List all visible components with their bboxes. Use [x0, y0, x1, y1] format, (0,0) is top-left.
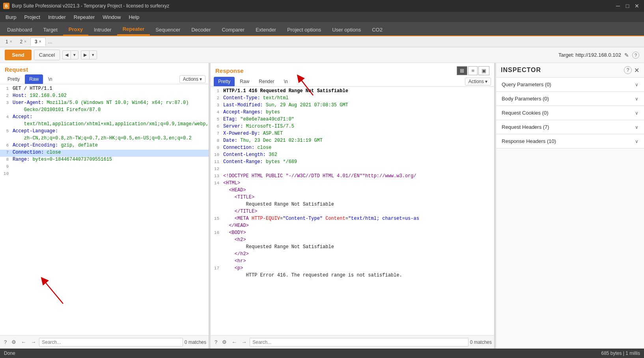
resp-line-10: 10 Content-Length: 362 [211, 152, 494, 159]
req-line-4: 4 Accept: [0, 114, 209, 121]
close-tab-1-icon[interactable]: × [10, 39, 12, 44]
response-tab-pretty[interactable]: Pretty [214, 77, 235, 86]
request-prev-match-btn[interactable]: ← [19, 338, 28, 346]
window-controls[interactable]: ─ □ ✕ [614, 2, 641, 10]
back-dropdown-button[interactable]: ▾ [71, 50, 78, 59]
forward-button[interactable]: ▶ [81, 50, 89, 59]
tab-dashboard[interactable]: Dashboard [2, 24, 38, 35]
sub-tab-1[interactable]: 1 × [2, 38, 16, 46]
inspector-response-headers-chevron: ∨ [635, 139, 638, 144]
req-line-3: 3 User-Agent: Mozilla/5.0 (Windows NT 10… [0, 100, 209, 107]
edit-icon[interactable]: ✎ [624, 52, 629, 58]
request-actions-button[interactable]: Actions ▾ [179, 75, 205, 83]
minimize-button[interactable]: ─ [614, 2, 622, 10]
inspector-close-icon[interactable]: ✕ [634, 67, 639, 74]
response-prev-match-btn[interactable]: ← [230, 338, 238, 346]
response-code-area[interactable]: 1 HTTP/1.1 416 Requested Range Not Satis… [211, 87, 494, 335]
tab-target[interactable]: Target [38, 24, 63, 35]
resp-line-14d: Requested Range Not Satisfiable [211, 202, 494, 209]
response-panel-header: Response ⊞ ≡ ▣ [211, 63, 494, 77]
request-matches-label: 0 matches [185, 339, 206, 345]
tab-repeater[interactable]: Repeater [117, 24, 150, 35]
request-help-icon-btn[interactable]: ? [2, 338, 8, 346]
tab-extender[interactable]: Extender [250, 24, 282, 35]
tab-sequencer[interactable]: Sequencer [150, 24, 186, 35]
cancel-button[interactable]: Cancel [34, 50, 60, 60]
response-next-match-btn[interactable]: → [240, 338, 248, 346]
resp-line-16b: <h2> [211, 237, 494, 244]
request-search-input[interactable] [39, 338, 183, 347]
request-tab-newline[interactable]: \n [44, 74, 56, 84]
sub-tab-more[interactable]: ... [46, 37, 55, 46]
menu-repeater[interactable]: Repeater [70, 13, 99, 21]
response-tab-raw[interactable]: Raw [235, 77, 254, 86]
send-button[interactable]: Send [5, 50, 32, 60]
inspector-request-headers-header[interactable]: Request Headers (7) ∨ [496, 120, 644, 134]
response-tab-render[interactable]: Render [254, 77, 278, 86]
target-label: Target: http://192.168.0.102 [558, 52, 621, 58]
inspector-request-headers-label: Request Headers (7) [502, 124, 549, 130]
close-tab-2-icon[interactable]: × [24, 39, 26, 44]
sub-tab-2[interactable]: 2 × [16, 38, 31, 46]
resp-line-4: 4 Accept-Ranges: bytes [211, 109, 494, 117]
menu-intruder[interactable]: Intruder [44, 13, 70, 21]
request-tab-pretty[interactable]: Pretty [3, 74, 24, 84]
inspector-request-cookies-header[interactable]: Request Cookies (0) ∨ [496, 106, 644, 120]
request-code-area[interactable]: 1 GET / HTTP/1.1 2 Host: 192.168.0.102 3… [0, 84, 209, 335]
inspector-body-params-header[interactable]: Body Parameters (0) ∨ [496, 92, 644, 106]
forward-dropdown-button[interactable]: ▾ [89, 50, 97, 59]
tab-project-options[interactable]: Project options [282, 24, 327, 35]
view-btn-split[interactable]: ⊞ [457, 66, 467, 75]
response-tab-newline[interactable]: \n [280, 77, 292, 86]
close-tab-3-icon[interactable]: × [39, 39, 41, 44]
view-buttons: ⊞ ≡ ▣ [457, 66, 489, 75]
response-search-input[interactable] [250, 338, 468, 347]
request-actions-label: Actions [183, 76, 198, 82]
request-tab-raw[interactable]: Raw [25, 74, 43, 84]
view-btn-list[interactable]: ≡ [468, 66, 478, 75]
menu-window[interactable]: Window [99, 13, 125, 21]
inspector-response-headers-label: Response Headers (10) [502, 138, 556, 144]
forward-group: ▶ ▾ [81, 50, 97, 59]
tab-decoder[interactable]: Decoder [186, 24, 216, 35]
resp-line-16d: </h2> [211, 251, 494, 258]
maximize-button[interactable]: □ [623, 2, 631, 10]
resp-line-6: 6 Server: Microsoft-IIS/7.5 [211, 124, 494, 131]
response-matches-label: 0 matches [470, 339, 492, 345]
inspector-response-headers-header[interactable]: Response Headers (10) ∨ [496, 134, 644, 148]
tab-comparer[interactable]: Comparer [216, 24, 250, 35]
help-icon[interactable]: ? [632, 52, 639, 59]
resp-line-17: 17 <p> [211, 265, 494, 273]
tab-co2[interactable]: CO2 [366, 24, 388, 35]
inspector-query-params-header[interactable]: Query Parameters (0) ∨ [496, 78, 644, 91]
close-button[interactable]: ✕ [633, 2, 641, 10]
view-btn-single[interactable]: ▣ [478, 66, 489, 75]
back-button[interactable]: ◀ [62, 50, 71, 59]
response-settings-icon-btn[interactable]: ⚙ [220, 338, 228, 346]
inspector-query-params-chevron: ∨ [635, 82, 638, 87]
sub-tab-3[interactable]: 3 × [30, 37, 46, 46]
inspector-section-request-headers: Request Headers (7) ∨ [496, 120, 644, 134]
response-actions-label: Actions [469, 79, 484, 84]
title-bar-text: Burp Suite Professional v2021.3 - Tempor… [12, 3, 169, 9]
request-next-match-btn[interactable]: → [29, 338, 37, 346]
response-help-icon-btn[interactable]: ? [213, 338, 219, 346]
request-settings-icon-btn[interactable]: ⚙ [10, 338, 18, 346]
request-panel-header: Request [0, 63, 209, 74]
resp-line-15b: </HEAD> [211, 223, 494, 230]
response-title: Response [215, 67, 244, 74]
menu-burp[interactable]: Burp [2, 13, 20, 21]
inspector-section-body-params: Body Parameters (0) ∨ [496, 92, 644, 106]
req-line-4b: text/html,application/xhtml+xml,applicat… [0, 121, 209, 128]
resp-line-16e: <hr> [211, 258, 494, 265]
tab-user-options[interactable]: User options [327, 24, 366, 35]
response-actions-button[interactable]: Actions ▾ [465, 78, 491, 85]
tab-intruder[interactable]: Intruder [88, 24, 117, 35]
resp-line-14e: </TITLE> [211, 209, 494, 216]
request-title: Request [5, 66, 28, 73]
menu-help[interactable]: Help [125, 13, 143, 21]
menu-project[interactable]: Project [20, 13, 44, 21]
resp-line-15: 15 <META HTTP-EQUIV="Content-Type" Conte… [211, 216, 494, 223]
tab-proxy[interactable]: Proxy [63, 24, 88, 35]
inspector-help-icon[interactable]: ? [624, 66, 632, 74]
